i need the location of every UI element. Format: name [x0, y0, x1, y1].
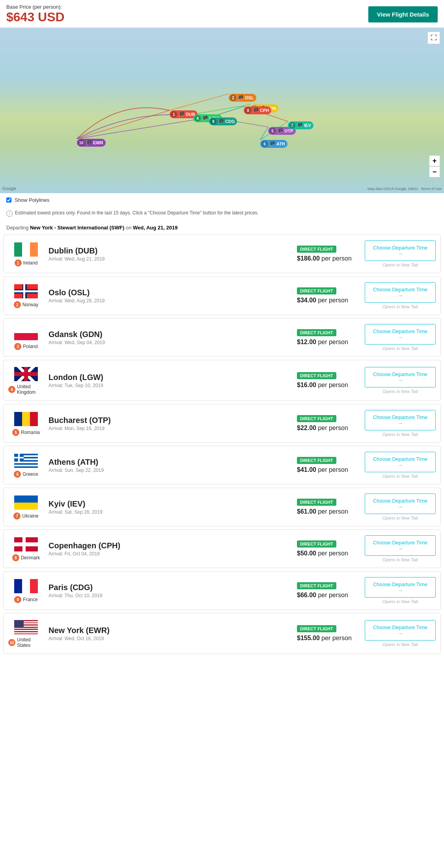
destination-col: Gdansk (GDN) Arrival: Wed, Sep 04, 2019 — [49, 330, 292, 345]
flight-info-col: DIRECT FLIGHT $22.00 per person — [297, 415, 360, 432]
cta-col: Choose Departure Time → Opens in New Tab — [365, 494, 436, 520]
destination-col: Bucharest (OTP) Arrival: Mon, Sep 16, 20… — [49, 416, 292, 431]
direct-flight-badge: DIRECT FLIGHT — [297, 287, 336, 294]
choose-departure-time-button[interactable]: Choose Departure Time → — [365, 282, 436, 303]
country-col-poland: 3 Poland — [8, 325, 44, 350]
country-col-norway: 2 Norway — [8, 283, 44, 308]
flag-france — [13, 578, 39, 594]
flag-denmark — [13, 536, 39, 553]
choose-departure-time-button[interactable]: Choose Departure Time → — [365, 620, 436, 641]
country-name: United Kingdom — [17, 384, 44, 395]
country-badge: 1 Ireland — [15, 259, 38, 266]
departing-line: Departing New York - Stewart Internation… — [0, 222, 444, 235]
map-pin-ath: 6🏴ATH — [260, 140, 287, 148]
flight-price: $66.00 per person — [297, 592, 348, 599]
choose-departure-time-button[interactable]: Choose Departure Time → — [365, 494, 436, 514]
arrival-date: Arrival: Tue, Sep 10, 2019 — [49, 383, 292, 388]
info-text: Estimated lowest prices only. Found in t… — [15, 210, 259, 216]
map-zoom-in-button[interactable]: + — [429, 155, 440, 166]
flag-uk — [13, 366, 39, 382]
flight-info-col: DIRECT FLIGHT $34.00 per person — [297, 287, 360, 304]
flight-number-badge: 6 — [14, 471, 21, 478]
google-logo: Google — [2, 186, 16, 191]
flight-info-col: DIRECT FLIGHT $16.00 per person — [297, 372, 360, 389]
country-col-ireland: 1 Ireland — [8, 241, 44, 266]
choose-departure-time-button[interactable]: Choose Departure Time → — [365, 367, 436, 387]
map-expand-button[interactable]: ⛶ — [427, 32, 440, 44]
view-flight-details-button[interactable]: View Flight Details — [368, 6, 438, 22]
destination-col: Copenhagen (CPH) Arrival: Fri, Oct 04, 2… — [49, 541, 292, 557]
flight-row: 6 Greece Athens (ATH) Arrival: Sun, Sep … — [3, 446, 441, 484]
polylines-label[interactable]: Show Polylines — [15, 197, 49, 203]
destination-col: Kyiv (IEV) Arrival: Sat, Sep 28, 2019 — [49, 499, 292, 515]
flight-price: $12.00 per person — [297, 339, 348, 346]
flight-number-badge: 5 — [12, 429, 19, 436]
flight-number-badge: 3 — [14, 343, 21, 350]
flight-info-col: DIRECT FLIGHT $50.00 per person — [297, 540, 360, 557]
flight-number-badge: 9 — [14, 596, 21, 603]
choose-departure-time-button[interactable]: Choose Departure Time → — [365, 240, 436, 261]
country-col-ukraine: 7 Ukraine — [8, 494, 44, 520]
cta-col: Choose Departure Time → Opens in New Tab — [365, 324, 436, 351]
direct-flight-badge: DIRECT FLIGHT — [297, 246, 336, 253]
direct-flight-badge: DIRECT FLIGHT — [297, 499, 336, 506]
arrival-date: Arrival: Mon, Sep 16, 2019 — [49, 426, 292, 431]
flag-ukraine — [13, 494, 39, 511]
destination-col: New York (EWR) Arrival: Wed, Oct 16, 201… — [49, 626, 292, 641]
country-name: Norway — [22, 302, 39, 307]
choose-departure-time-button[interactable]: Choose Departure Time → — [365, 452, 436, 472]
map-pin-ewr: 10🏴EWR — [77, 139, 106, 147]
choose-departure-time-button[interactable]: Choose Departure Time → — [365, 410, 436, 430]
flag-romania — [13, 411, 39, 427]
destination-name: Athens (ATH) — [49, 458, 292, 467]
destination-name: Copenhagen (CPH) — [49, 541, 292, 550]
flight-info-col: DIRECT FLIGHT $12.00 per person — [297, 329, 360, 346]
country-col-uk: 4 United Kingdom — [8, 366, 44, 395]
cta-col: Choose Departure Time → Opens in New Tab — [365, 240, 436, 267]
choose-departure-time-button[interactable]: Choose Departure Time → — [365, 535, 436, 556]
opens-new-tab-label: Opens in New Tab — [382, 432, 418, 437]
opens-new-tab-label: Opens in New Tab — [382, 516, 418, 520]
polylines-checkbox[interactable] — [6, 197, 11, 203]
destination-name: Oslo (OSL) — [49, 288, 292, 297]
polylines-toggle: Show Polylines — [0, 193, 444, 207]
map-container: 1🏴DUB2🏴OSL3🏴GDN4🏴LGW5🏴OTP6🏴ATH7🏴IEV8🏴CPH… — [0, 28, 444, 193]
map-pin-iev: 7🏴IEV — [288, 121, 313, 129]
destination-col: Paris (CDG) Arrival: Thu, Oct 10, 2019 — [49, 583, 292, 598]
cta-col: Choose Departure Time → Opens in New Tab — [365, 620, 436, 647]
country-badge: 10 United States — [8, 637, 44, 648]
map-pin-osl: 2🏴OSL — [229, 94, 256, 102]
map-zoom-out-button[interactable]: − — [429, 166, 440, 177]
flag-usa — [13, 619, 39, 635]
country-name: Poland — [23, 344, 37, 349]
country-col-usa: 10 United States — [8, 619, 44, 648]
flight-price: $41.00 per person — [297, 466, 348, 473]
choose-departure-time-button[interactable]: Choose Departure Time → — [365, 577, 436, 598]
country-name: Ireland — [23, 260, 38, 266]
cta-col: Choose Departure Time → Opens in New Tab — [365, 452, 436, 479]
flight-price: $50.00 per person — [297, 550, 348, 557]
opens-new-tab-label: Opens in New Tab — [382, 389, 418, 394]
destination-name: Gdansk (GDN) — [49, 330, 292, 339]
flight-number-badge: 8 — [12, 554, 19, 561]
opens-new-tab-label: Opens in New Tab — [382, 557, 418, 562]
flight-number-badge: 10 — [8, 639, 15, 646]
arrival-date: Arrival: Wed, Aug 21, 2019 — [49, 256, 292, 262]
departure-date: Wed, Aug 21, 2019 — [133, 225, 177, 231]
info-icon: i — [6, 210, 13, 217]
opens-new-tab-label: Opens in New Tab — [382, 599, 418, 604]
destination-col: Athens (ATH) Arrival: Sun, Sep 22, 2019 — [49, 458, 292, 473]
flag-norway — [13, 283, 39, 300]
cta-col: Choose Departure Time → Opens in New Tab — [365, 367, 436, 394]
flight-number-badge: 7 — [13, 512, 21, 520]
arrival-date: Arrival: Wed, Oct 16, 2019 — [49, 636, 292, 641]
choose-departure-time-button[interactable]: Choose Departure Time → — [365, 324, 436, 345]
flight-info-col: DIRECT FLIGHT $66.00 per person — [297, 582, 360, 599]
country-badge: 5 Romania — [12, 429, 40, 436]
base-price-label: Base Price (per person): — [6, 4, 65, 10]
flight-info-col: DIRECT FLIGHT $61.00 per person — [297, 499, 360, 515]
destination-col: Oslo (OSL) Arrival: Wed, Aug 28, 2019 — [49, 288, 292, 304]
country-badge: 2 Norway — [14, 301, 39, 308]
direct-flight-badge: DIRECT FLIGHT — [297, 625, 336, 632]
destination-name: Bucharest (OTP) — [49, 416, 292, 425]
